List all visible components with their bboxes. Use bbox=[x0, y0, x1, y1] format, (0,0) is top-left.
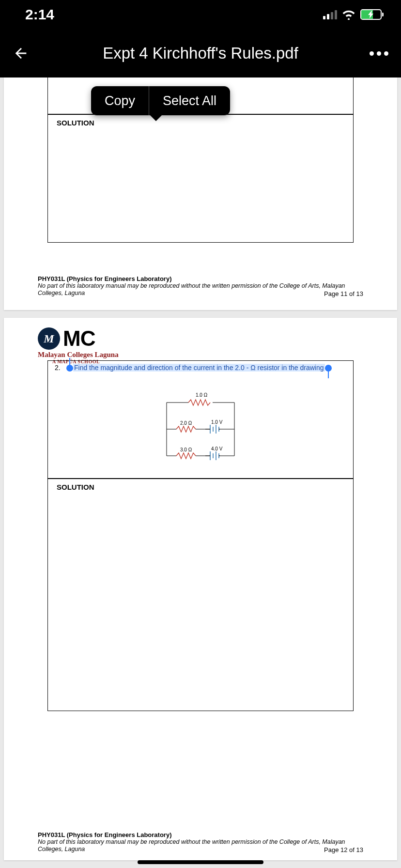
footer-page-number: Page 12 of 13 bbox=[324, 846, 363, 853]
solution-box: SOLUTION bbox=[47, 114, 354, 243]
select-all-menu-item[interactable]: Select All bbox=[149, 93, 230, 108]
solution-label: SOLUTION bbox=[57, 119, 94, 127]
status-icons bbox=[323, 9, 382, 20]
school-logo: M MC bbox=[38, 326, 95, 351]
solution-box: SOLUTION bbox=[47, 479, 354, 711]
school-name-main: Malayan Colleges Laguna bbox=[38, 351, 119, 359]
page-footer: PHY031L (Physics for Engineers Laborator… bbox=[38, 831, 363, 853]
status-time: 2:14 bbox=[25, 6, 54, 23]
logo-badge: M bbox=[38, 327, 60, 350]
page-title: Expt 4 Kirchhoff's Rules.pdf bbox=[37, 44, 364, 62]
circuit-v1: 1.0 V bbox=[211, 419, 223, 425]
pdf-page-12: M MC Malayan Colleges Laguna A MAPÚA SCH… bbox=[4, 318, 397, 860]
cellular-icon bbox=[323, 10, 337, 19]
footer-course: PHY031L (Physics for Engineers Laborator… bbox=[38, 275, 363, 282]
question-number: 2. bbox=[55, 364, 62, 372]
solution-label: SOLUTION bbox=[57, 483, 94, 491]
footer-disclaimer: No part of this laboratory manual may be… bbox=[38, 838, 363, 853]
status-bar: 2:14 bbox=[0, 0, 401, 29]
question-box: 2. Find the magnitude and direction of t… bbox=[47, 360, 354, 479]
circuit-r1: 1.0 Ω bbox=[196, 392, 208, 398]
logo-text: MC bbox=[63, 326, 95, 351]
circuit-r3: 3.0 Ω bbox=[180, 447, 192, 452]
circuit-v2: 4.0 V bbox=[211, 446, 223, 451]
pdf-viewport[interactable]: SOLUTION PHY031L (Physics for Engineers … bbox=[0, 78, 401, 868]
question-row: 2. Find the magnitude and direction of t… bbox=[48, 361, 353, 373]
circuit-diagram: 1.0 Ω 2.0 Ω 3.0 Ω 1.0 V 4.0 V bbox=[147, 388, 254, 470]
back-button[interactable] bbox=[13, 45, 37, 62]
selection-handle-end[interactable] bbox=[325, 365, 332, 372]
question-text[interactable]: Find the magnitude and direction of the … bbox=[66, 364, 332, 372]
wifi-icon bbox=[342, 9, 355, 20]
more-button[interactable] bbox=[364, 51, 388, 56]
copy-menu-item[interactable]: Copy bbox=[91, 93, 149, 108]
footer-page-number: Page 11 of 13 bbox=[324, 290, 363, 297]
circuit-r2: 2.0 Ω bbox=[180, 420, 192, 426]
home-indicator[interactable] bbox=[138, 860, 263, 864]
footer-course: PHY031L (Physics for Engineers Laborator… bbox=[38, 831, 363, 838]
battery-icon bbox=[360, 9, 382, 20]
nav-bar: Expt 4 Kirchhoff's Rules.pdf bbox=[0, 29, 401, 78]
page-footer: PHY031L (Physics for Engineers Laborator… bbox=[38, 275, 363, 297]
text-context-menu: Copy Select All bbox=[91, 86, 230, 115]
menu-caret-icon bbox=[149, 114, 163, 121]
selected-text[interactable]: Find the magnitude and direction of the … bbox=[73, 364, 325, 372]
footer-disclaimer: No part of this laboratory manual may be… bbox=[38, 282, 363, 297]
selection-handle-start[interactable] bbox=[66, 365, 73, 372]
